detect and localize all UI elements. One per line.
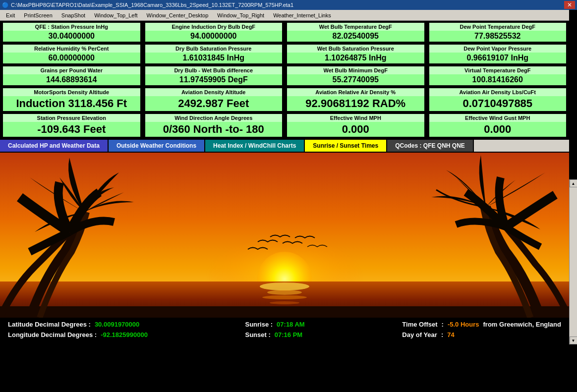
time-offset-colon: :	[442, 321, 444, 328]
latitude-label: Latitude Decimal Degrees :	[8, 321, 91, 328]
menu-window-top-right[interactable]: Window_Top_Right	[213, 11, 268, 19]
value-virtual-temp: 100.81416260	[429, 74, 567, 85]
cell-rel-humidity: Relative Humidity % PerCent 60.00000000	[1, 44, 143, 65]
value-rel-humidity: 60.00000000	[3, 53, 140, 63]
cell-wind-direction: Wind Direction Angle Degrees 0/360 North…	[143, 113, 286, 139]
label-eff-wind-gust: Effective Wind Gust MPH	[429, 114, 567, 122]
svg-point-7	[270, 301, 299, 304]
value-dew-point-temp: 77.98525532	[429, 31, 567, 42]
time-offset-row: Time Offset : -5.0 Hours from Greenwich,…	[402, 321, 561, 328]
label-station-pressure-elev: Station Pressure Elevation	[3, 114, 140, 122]
cell-dew-point-vapor: Dew Point Vapor Pressure 0.96619107 InHg	[427, 44, 570, 65]
menu-snapshot[interactable]: SnapShot	[58, 11, 89, 19]
menu-exit[interactable]: Exit	[2, 11, 19, 19]
label-motorsports-da: MotorSports Density Altitude	[3, 88, 140, 96]
tab-calculated-hp[interactable]: Calculated HP and Weather Data	[0, 140, 109, 152]
cell-eff-wind: Effective Wind MPH 0.000	[285, 113, 427, 139]
svg-point-5	[267, 290, 302, 295]
svg-point-6	[262, 295, 307, 299]
app-icon: 🔵	[2, 2, 9, 8]
value-wet-bulb-temp: 82.02540095	[287, 31, 424, 42]
tab-sunrise-sunset[interactable]: Sunrise / Sunset Times	[305, 140, 387, 152]
label-dew-point-temp: Dew Point Temperature DegF	[429, 23, 567, 31]
sunset-row: Sunset : 07:16 PM	[245, 331, 304, 338]
titlebar-left: 🔵 C:\MaxPBHP8G\ETAPRO1\Data\Example_SSIA…	[2, 2, 293, 8]
label-eff-wind: Effective Wind MPH	[287, 114, 424, 122]
from-label: from Greenwich, England	[483, 321, 561, 328]
tab-outside-weather[interactable]: Outside Weather Conditions	[109, 140, 205, 152]
close-button[interactable]: ✕	[564, 1, 575, 9]
value-aviation-air-density: 0.0710497885	[429, 96, 567, 111]
sunset-label: Sunset :	[245, 331, 270, 338]
label-virtual-temp: Virtual Temperature DegF	[429, 66, 567, 74]
value-dew-point-vapor: 0.96619107 InHg	[429, 53, 567, 63]
cell-aviation-rad: Aviation Relative Air Density % 92.90681…	[285, 87, 427, 113]
sunrise-row: Sunrise : 07:18 AM	[245, 321, 304, 328]
latitude-row: Latitude Decimal Degrees : 30.0091970000	[8, 321, 148, 328]
lat-lon-col: Latitude Decimal Degrees : 30.0091970000…	[8, 321, 148, 338]
cell-grains: Grains per Pound Water 144.68893614	[1, 65, 143, 87]
day-of-year-value: 74	[447, 331, 454, 338]
cell-wet-bulb-min: Wet Bulb Minimum DegF 55.27740095	[285, 65, 427, 87]
label-wind-direction: Wind Direction Angle Degrees	[145, 114, 283, 122]
label-dry-bulb: Engine Induction Dry Bulb DegF	[145, 23, 283, 31]
cell-aviation-air-density: Aviation Air Density Lbs/CuFt 0.07104978…	[427, 87, 570, 113]
time-offset-value: -5.0 Hours	[448, 321, 479, 328]
day-of-year-label: Day of Year	[402, 331, 437, 338]
value-bulb-diff: 11.97459905 DegF	[145, 74, 283, 85]
cell-eff-wind-gust: Effective Wind Gust MPH 0.000	[427, 113, 570, 139]
scroll-up-button[interactable]: ▲	[570, 179, 577, 187]
menu-window-center[interactable]: Window_Center_Desktop	[143, 11, 213, 19]
titlebar: 🔵 C:\MaxPBHP8G\ETAPRO1\Data\Example_SSIA…	[0, 0, 577, 10]
cell-virtual-temp: Virtual Temperature DegF 100.81416260	[427, 65, 570, 87]
cell-station-pressure-elev: Station Pressure Elevation -109.643 Feet	[1, 113, 143, 139]
day-of-year-row: Day of Year : 74	[402, 331, 561, 338]
menu-printscreen[interactable]: PrintScreen	[20, 11, 56, 19]
data-grid: QFE : Station Pressure InHg 30.04000000 …	[0, 21, 569, 139]
tabbar: Calculated HP and Weather Data Outside W…	[0, 139, 569, 153]
svg-rect-8	[0, 306, 569, 318]
menu-weather-links[interactable]: Weather_Internet_Links	[269, 11, 335, 19]
cell-wet-bulb-temp: Wet Bulb Temperature DegF 82.02540095	[285, 22, 427, 44]
tab-heat-index[interactable]: Heat Index / WindChill Charts	[205, 140, 305, 152]
label-rel-humidity: Relative Humidity % PerCent	[3, 45, 140, 53]
value-eff-wind: 0.000	[287, 122, 424, 137]
value-aviation-rad: 92.90681192 RAD%	[287, 96, 424, 111]
label-aviation-air-density: Aviation Air Density Lbs/CuFt	[429, 88, 567, 96]
value-aviation-da: 2492.987 Feet	[145, 96, 283, 111]
longitude-label: Longitude Decimal Degrees :	[8, 331, 97, 338]
value-grains: 144.68893614	[3, 74, 140, 85]
longitude-value: -92.1825990000	[101, 331, 148, 338]
menubar: Exit PrintScreen SnapShot Window_Top_Lef…	[0, 10, 569, 21]
value-motorsports-da: Induction 3118.456 Ft	[3, 96, 140, 111]
label-aviation-da: Aviation Density Altitude	[145, 88, 283, 96]
label-dew-point-vapor: Dew Point Vapor Pressure	[429, 45, 567, 53]
scroll-down-button[interactable]: ▼	[570, 336, 577, 344]
titlebar-title: C:\MaxPBHP8G\ETAPRO1\Data\Example_SSIA_1…	[11, 2, 293, 8]
label-wet-bulb-temp: Wet Bulb Temperature DegF	[287, 23, 424, 31]
sunrise-value: 07:18 AM	[277, 321, 305, 328]
menu-window-top-left[interactable]: Window_Top_Left	[90, 11, 141, 19]
time-offset-label: Time Offset	[402, 321, 437, 328]
latitude-value: 30.0091970000	[95, 321, 139, 328]
tab-qcodes[interactable]: QCodes : QFE QNH QNE	[387, 140, 474, 152]
label-grains: Grains per Pound Water	[3, 66, 140, 74]
value-wet-bulb-sat: 1.10264875 InHg	[287, 53, 424, 63]
day-of-year-colon: :	[441, 331, 443, 338]
cell-qfe: QFE : Station Pressure InHg 30.04000000	[1, 22, 143, 44]
label-wet-bulb-sat: Wet Bulb Saturation Pressure	[287, 45, 424, 53]
cell-bulb-diff: Dry Bulb - Wet Bulb difference 11.974599…	[143, 65, 286, 87]
cell-dry-bulb: Engine Induction Dry Bulb DegF 94.000000…	[143, 22, 286, 44]
cell-wet-bulb-sat: Wet Bulb Saturation Pressure 1.10264875 …	[285, 44, 427, 65]
value-qfe: 30.04000000	[3, 31, 140, 42]
value-wet-bulb-min: 55.27740095	[287, 74, 424, 85]
time-offset-col: Time Offset : -5.0 Hours from Greenwich,…	[402, 321, 561, 338]
scrollbar[interactable]: ▲ ▼	[569, 179, 577, 344]
value-dry-bulb-sat: 1.61031845 InHg	[145, 53, 283, 63]
cell-aviation-da: Aviation Density Altitude 2492.987 Feet	[143, 87, 286, 113]
cell-dry-bulb-sat: Dry Bulb Saturation Pressure 1.61031845 …	[143, 44, 286, 65]
label-wet-bulb-min: Wet Bulb Minimum DegF	[287, 66, 424, 74]
sunset-image	[0, 153, 569, 318]
label-aviation-rad: Aviation Relative Air Density %	[287, 88, 424, 96]
label-dry-bulb-sat: Dry Bulb Saturation Pressure	[145, 45, 283, 53]
